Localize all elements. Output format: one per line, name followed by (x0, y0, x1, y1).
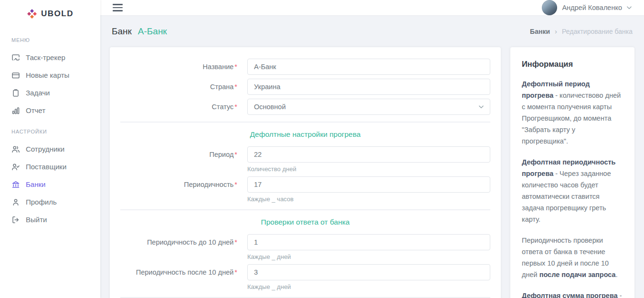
section-heading-warming: Дефолтные настройки прогрева (120, 130, 490, 139)
required-asterisk: * (234, 238, 237, 246)
screencast-icon (11, 53, 20, 62)
name-input[interactable] (247, 59, 490, 75)
period-input[interactable] (247, 146, 490, 163)
user-name: Андрей Коваленко (562, 4, 622, 11)
user-check-icon (11, 163, 20, 171)
sidebar-item-banks[interactable]: Банки (0, 175, 100, 193)
hamburger-icon[interactable] (113, 2, 123, 13)
page-title: БанкА-Банк (112, 26, 167, 37)
form-row-frequency: Периодичность* Каждые _ часов (120, 176, 490, 203)
form-row-status: Статус* Основной (120, 99, 490, 115)
freq-before-10-input[interactable] (247, 234, 490, 250)
breadcrumb-banks-link[interactable]: Банки (530, 28, 550, 35)
sidebar-section-menu: МЕНЮ (0, 28, 100, 49)
sidebar-item-employees[interactable]: Сотрудники (0, 140, 100, 158)
name-label: Название* (120, 59, 247, 75)
sidebar-item-suppliers[interactable]: Поставщики (0, 158, 100, 175)
sidebar-item-task-tracker[interactable]: Таск-трекер (0, 49, 100, 66)
freq-after-10-helper: Каждые _ дней (247, 283, 490, 290)
form-row-freq-before-10: Периодичность до 10 дней* Каждые _ дней (120, 234, 490, 260)
sidebar-item-profile[interactable]: Профиль (0, 193, 100, 211)
breadcrumb: Банки › Редактирование банка (530, 27, 633, 35)
required-asterisk: * (234, 83, 237, 91)
form-row-freq-after-10: Периодичность после 10 дней* Каждые _ дн… (120, 264, 490, 290)
cards-row: Название* Страна* Статус (110, 47, 634, 298)
logo[interactable]: UBOLD (0, 0, 100, 28)
freq-after-10-input[interactable] (247, 264, 490, 280)
frequency-input[interactable] (247, 176, 490, 193)
sidebar-item-label: Банки (26, 180, 45, 189)
user-icon (11, 198, 20, 206)
period-helper: Количество дней (247, 165, 490, 173)
users-icon (11, 145, 20, 154)
status-select[interactable]: Основной (247, 99, 490, 115)
info-paragraph-default-period: Дефолтный период прогрева - количествово… (522, 78, 623, 147)
gem-icon (27, 9, 37, 19)
freq-after-10-label: Периодичность после 10 дней* (120, 264, 247, 290)
sidebar-item-logout[interactable]: Выйти (0, 211, 100, 228)
breadcrumb-current: Редактирование банка (562, 28, 633, 35)
breadcrumb-separator: › (555, 27, 557, 35)
info-panel-title: Информация (522, 60, 623, 69)
chevron-down-icon (627, 6, 632, 10)
divider (120, 209, 490, 210)
country-label: Страна* (120, 79, 247, 95)
required-asterisk: * (234, 103, 237, 111)
sidebar-item-label: Новые карты (26, 71, 69, 80)
sidebar-item-tasks[interactable]: Задачи (0, 84, 100, 102)
info-paragraph-default-frequency: Дефолтная периодичность прогрева - Через… (522, 156, 623, 225)
logo-text: UBOLD (41, 9, 74, 19)
status-label: Статус* (120, 99, 247, 115)
bank-edit-form-card: Название* Страна* Статус (110, 47, 501, 298)
chevron-down-icon (479, 105, 484, 109)
form-row-country: Страна* (120, 79, 490, 95)
sidebar-item-label: Выйти (26, 215, 47, 224)
user-menu[interactable]: Андрей Коваленко (542, 0, 632, 15)
avatar (542, 0, 557, 15)
freq-before-10-label: Периодичность до 10 дней* (120, 234, 247, 260)
divider (120, 122, 490, 123)
sidebar-item-label: Задачи (26, 88, 50, 97)
page-title-bank-name: А-Банк (138, 26, 167, 36)
frequency-label: Периодичность* (120, 176, 247, 203)
period-label: Период* (120, 146, 247, 173)
required-asterisk: * (234, 63, 237, 71)
bank-icon (11, 180, 20, 189)
sidebar-item-label: Таск-трекер (26, 53, 65, 62)
topbar: Андрей Коваленко (100, 0, 644, 15)
required-asterisk: * (234, 181, 237, 188)
page-content: БанкА-Банк Банки › Редактирование банка … (100, 15, 644, 298)
sidebar-item-label: Профиль (26, 197, 57, 206)
sidebar-item-label: Поставщики (26, 162, 66, 171)
sidebar-section-settings: НАСТРОЙКИ (0, 119, 100, 140)
frequency-helper: Каждые _ часов (247, 195, 490, 203)
info-paragraph-warming-sum: Дефолтная сумма прогрева - сумма, котора… (522, 290, 623, 298)
form-row-name: Название* (120, 59, 490, 75)
status-select-value: Основной (254, 103, 285, 111)
sidebar-item-label: Сотрудники (26, 144, 64, 154)
sidebar-item-new-cards[interactable]: Новые карты (0, 66, 100, 84)
sidebar-item-label: Отчет (26, 106, 45, 115)
page-header: БанкА-Банк Банки › Редактирование банка (110, 15, 634, 47)
main-area: Андрей Коваленко БанкА-Банк Банки › Реда… (100, 0, 644, 298)
freq-before-10-helper: Каждые _ дней (247, 253, 490, 260)
page-title-text: Банк (112, 26, 132, 36)
country-input[interactable] (247, 79, 490, 95)
info-panel: Информация Дефолтный период прогрева - к… (510, 47, 634, 298)
required-asterisk: * (234, 268, 237, 276)
sidebar: UBOLD МЕНЮ Таск-трекер Новые карты Задач… (0, 0, 100, 298)
credit-card-icon (11, 71, 20, 80)
sidebar-item-report[interactable]: Отчет (0, 102, 100, 119)
logout-icon (11, 216, 20, 224)
bar-chart-icon (11, 106, 20, 115)
required-asterisk: * (234, 151, 237, 158)
clipboard-icon (11, 89, 20, 97)
info-paragraph-check-frequency: Периодичность проверки ответа от банка в… (522, 235, 623, 280)
form-row-period: Период* Количество дней (120, 146, 490, 173)
section-heading-bank-checks: Проверки ответа от банка (120, 218, 490, 226)
